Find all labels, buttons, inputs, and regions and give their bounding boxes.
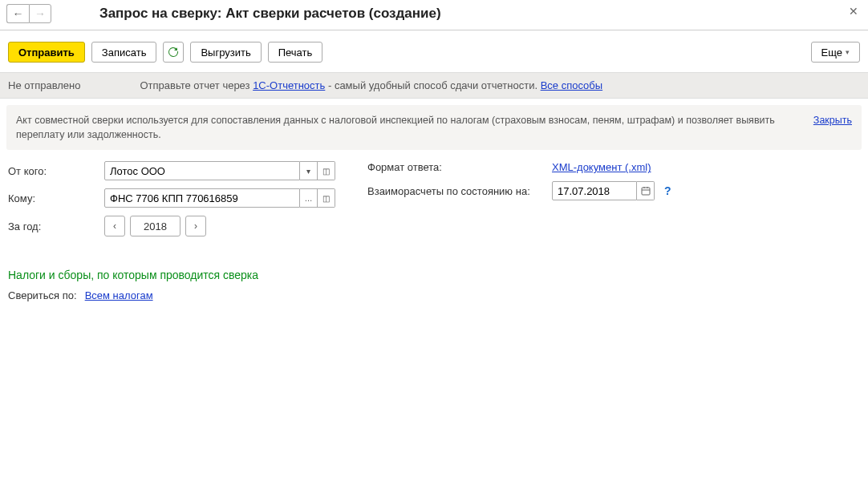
filter-label: Свериться по: [8, 289, 77, 301]
from-open-button[interactable]: ◫ [318, 161, 335, 180]
year-value[interactable]: 2018 [130, 216, 180, 236]
svg-rect-0 [642, 188, 650, 195]
reporting-link[interactable]: 1С-Отчетность [253, 79, 325, 91]
from-label: От кого: [8, 165, 104, 177]
status-state: Не отправлено [8, 79, 80, 91]
chevron-down-icon: ▾ [306, 167, 310, 176]
year-next-button[interactable]: › [185, 216, 206, 236]
date-label: Взаиморасчеты по состоянию на: [367, 185, 552, 197]
from-input[interactable] [104, 161, 300, 180]
from-row: От кого: ▾ ◫ [8, 161, 335, 180]
date-calendar-button[interactable] [637, 181, 655, 200]
year-row: За год: ‹ 2018 › [8, 216, 335, 236]
date-row: Взаиморасчеты по состоянию на: ? [367, 181, 671, 200]
to-input-wrap: … ◫ [104, 188, 335, 208]
print-button[interactable]: Печать [268, 42, 323, 63]
format-row: Формат ответа: XML-документ (.xml) [367, 161, 671, 173]
chevron-left-icon: ‹ [113, 220, 116, 232]
nav-forward-button[interactable]: → [29, 4, 51, 23]
filter-row: Свериться по: Всем налогам [0, 289, 868, 301]
toolbar: Отправить Записать Выгрузить Печать Еще [0, 30, 868, 72]
open-icon: ◫ [322, 167, 330, 176]
send-button[interactable]: Отправить [8, 42, 85, 63]
upload-button[interactable]: Выгрузить [190, 42, 261, 63]
open-icon: ◫ [322, 194, 330, 203]
from-input-wrap: ▾ ◫ [104, 161, 335, 180]
from-dropdown-button[interactable]: ▾ [300, 161, 318, 180]
banner-close-link[interactable]: Закрыть [797, 113, 852, 127]
to-select-button[interactable]: … [300, 188, 318, 208]
form-area: От кого: ▾ ◫ Кому: … ◫ За год: ‹ 2018 › [0, 150, 868, 256]
save-button[interactable]: Записать [91, 42, 157, 63]
to-label: Кому: [8, 192, 104, 204]
form-col-left: От кого: ▾ ◫ Кому: … ◫ За год: ‹ 2018 › [8, 161, 335, 245]
status-bar: Не отправлено Отправьте отчет через 1С-О… [0, 72, 868, 99]
format-label: Формат ответа: [367, 161, 552, 173]
to-input[interactable] [104, 188, 300, 208]
status-text: Отправьте отчет через 1С-Отчетность - са… [140, 79, 602, 91]
to-row: Кому: … ◫ [8, 188, 335, 208]
year-label: За год: [8, 220, 104, 232]
banner-text: Акт совместной сверки используется для с… [16, 113, 797, 142]
all-methods-link[interactable]: Все способы [541, 79, 602, 91]
window-title: Запрос на сверку: Акт сверки расчетов (с… [99, 6, 441, 22]
to-open-button[interactable]: ◫ [318, 188, 335, 208]
close-icon[interactable]: ✕ [849, 5, 858, 18]
more-button[interactable]: Еще [811, 42, 860, 63]
nav-back-button[interactable]: ← [6, 4, 29, 23]
year-nav: ‹ 2018 › [104, 216, 206, 236]
help-icon[interactable]: ? [664, 184, 671, 197]
year-prev-button[interactable]: ‹ [104, 216, 125, 236]
chevron-right-icon: › [194, 220, 197, 232]
refresh-icon [168, 46, 179, 58]
window-header: ← → Запрос на сверку: Акт сверки расчето… [0, 0, 868, 30]
refresh-button[interactable] [163, 42, 184, 63]
form-col-right: Формат ответа: XML-документ (.xml) Взаим… [367, 161, 671, 245]
arrow-left-icon: ← [13, 7, 24, 20]
date-input[interactable] [552, 181, 637, 200]
section-title: Налоги и сборы, по которым проводится св… [0, 256, 868, 289]
date-input-wrap [552, 181, 655, 200]
arrow-right-icon: → [34, 7, 46, 20]
format-link[interactable]: XML-документ (.xml) [552, 161, 651, 173]
filter-link[interactable]: Всем налогам [85, 289, 153, 301]
ellipsis-icon: … [305, 194, 313, 203]
nav-buttons: ← → [6, 4, 51, 23]
info-banner: Акт совместной сверки используется для с… [6, 105, 862, 150]
calendar-icon [641, 186, 651, 196]
